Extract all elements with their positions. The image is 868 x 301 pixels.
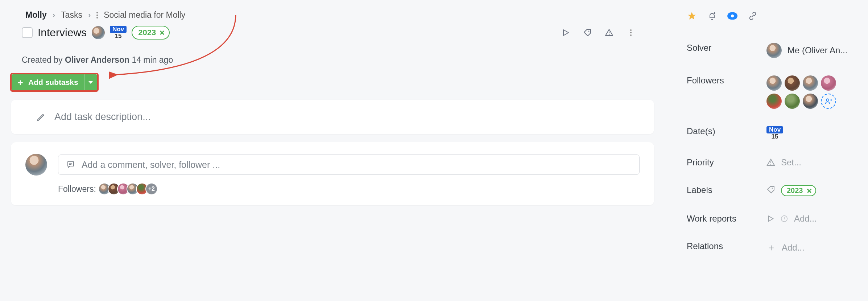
remove-chip-icon[interactable] <box>159 29 165 36</box>
plus-icon: ＋ <box>766 241 776 254</box>
due-day: 15 <box>115 33 122 40</box>
priority-icon[interactable] <box>604 28 614 38</box>
watch-icon[interactable] <box>727 11 737 21</box>
follower-avatar[interactable] <box>785 75 800 91</box>
sidebar-followers[interactable]: Followers <box>687 67 857 117</box>
bell-icon[interactable] <box>707 11 717 21</box>
priority-triangle-icon <box>766 158 775 167</box>
follower-avatar[interactable] <box>785 94 800 109</box>
priority-label: Priority <box>687 157 752 168</box>
tag-icon[interactable] <box>582 28 592 38</box>
svg-point-3 <box>609 34 609 35</box>
description-card[interactable]: Add task description... <box>11 100 654 134</box>
current-user-avatar <box>25 154 47 176</box>
pencil-icon <box>36 112 46 122</box>
sidebar-work-reports[interactable]: Work reports Add... <box>687 205 857 232</box>
labels-label: Labels <box>687 185 752 195</box>
followers-overflow-badge[interactable]: +2 <box>145 183 158 195</box>
follower-avatar[interactable] <box>803 94 818 109</box>
more-menu-icon[interactable] <box>626 28 636 38</box>
play-icon[interactable] <box>561 28 571 38</box>
sidebar-dates[interactable]: Date(s) Nov 15 <box>687 117 857 149</box>
breadcrumb-current[interactable]: Social media for Molly <box>104 10 185 20</box>
remove-chip-icon[interactable] <box>806 187 813 194</box>
year-chip-text: 2023 <box>138 28 156 37</box>
svg-point-1 <box>588 31 590 32</box>
solver-label: Solver <box>687 43 752 53</box>
breadcrumb-root[interactable]: Molly <box>25 10 47 20</box>
label-chip-year-sidebar[interactable]: 2023 <box>781 185 816 196</box>
sidebar: Solver Me (Oliver An... Followers <box>665 0 868 273</box>
svg-marker-0 <box>563 30 569 36</box>
breadcrumb-more-icon[interactable] <box>96 12 98 18</box>
chevron-right-icon: › <box>88 11 91 20</box>
due-month: Nov <box>110 26 127 33</box>
add-follower-button[interactable] <box>821 94 836 109</box>
follower-avatar[interactable] <box>821 75 836 91</box>
add-subtasks-button[interactable]: ＋ Add subtasks <box>12 74 84 90</box>
add-subtasks-label: Add subtasks <box>28 78 78 87</box>
sidebar-priority[interactable]: Priority Set... <box>687 149 857 176</box>
followers-row: Followers: +2 <box>25 183 640 195</box>
created-by-text: Created by Oliver Anderson 14 min ago <box>0 47 665 73</box>
followers-label: Followers: <box>58 184 96 194</box>
breadcrumb: Molly › Tasks › Social media for Molly <box>0 0 665 22</box>
svg-marker-16 <box>769 216 773 222</box>
priority-value: Set... <box>781 157 801 168</box>
assignee-avatar[interactable] <box>92 26 105 39</box>
dates-label: Date(s) <box>687 126 752 136</box>
svg-marker-7 <box>688 12 696 20</box>
relations-label: Relations <box>687 241 752 251</box>
add-subtasks-highlight: ＋ Add subtasks <box>10 73 99 92</box>
chevron-down-icon <box>88 81 93 84</box>
due-date-badge[interactable]: Nov 15 <box>110 26 127 40</box>
sidebar-labels[interactable]: Labels 2023 <box>687 176 857 205</box>
task-complete-checkbox[interactable] <box>22 27 33 38</box>
task-header: Interviews Nov 15 2023 <box>0 22 665 42</box>
follower-avatar[interactable] <box>766 75 782 91</box>
svg-point-10 <box>826 99 829 101</box>
follower-avatar[interactable] <box>766 94 782 109</box>
label-chip-year[interactable]: 2023 <box>132 26 170 40</box>
link-icon[interactable] <box>748 11 758 21</box>
svg-point-14 <box>770 164 771 165</box>
sidebar-solver[interactable]: Solver Me (Oliver An... <box>687 34 857 67</box>
svg-point-15 <box>772 187 773 189</box>
solver-avatar[interactable] <box>766 43 782 58</box>
clock-icon <box>780 215 788 223</box>
follower-avatars[interactable]: +2 <box>101 183 158 195</box>
comment-input[interactable]: Add a comment, solver, follower ... <box>58 154 640 175</box>
work-reports-label: Work reports <box>687 214 752 224</box>
comment-card: Add a comment, solver, follower ... Foll… <box>11 142 654 205</box>
tag-outline-icon <box>766 185 775 196</box>
work-reports-value: Add... <box>794 214 817 224</box>
plus-icon: ＋ <box>16 77 25 88</box>
relations-value: Add... <box>782 243 805 253</box>
description-placeholder: Add task description... <box>54 111 151 123</box>
task-title[interactable]: Interviews <box>38 26 87 39</box>
solver-name: Me (Oliver An... <box>788 45 847 55</box>
star-icon[interactable] <box>687 11 697 21</box>
add-subtasks-dropdown[interactable] <box>84 74 97 90</box>
chevron-right-icon: › <box>53 11 55 20</box>
comment-icon <box>66 160 75 169</box>
sidebar-relations[interactable]: Relations ＋ Add... <box>687 232 857 263</box>
breadcrumb-tasks[interactable]: Tasks <box>61 10 82 20</box>
comment-placeholder: Add a comment, solver, follower ... <box>82 160 220 170</box>
followers-side-label: Followers <box>687 75 752 86</box>
follower-avatar[interactable] <box>803 75 818 91</box>
sidebar-date-badge[interactable]: Nov 15 <box>766 126 783 140</box>
play-outline-icon <box>766 215 774 223</box>
